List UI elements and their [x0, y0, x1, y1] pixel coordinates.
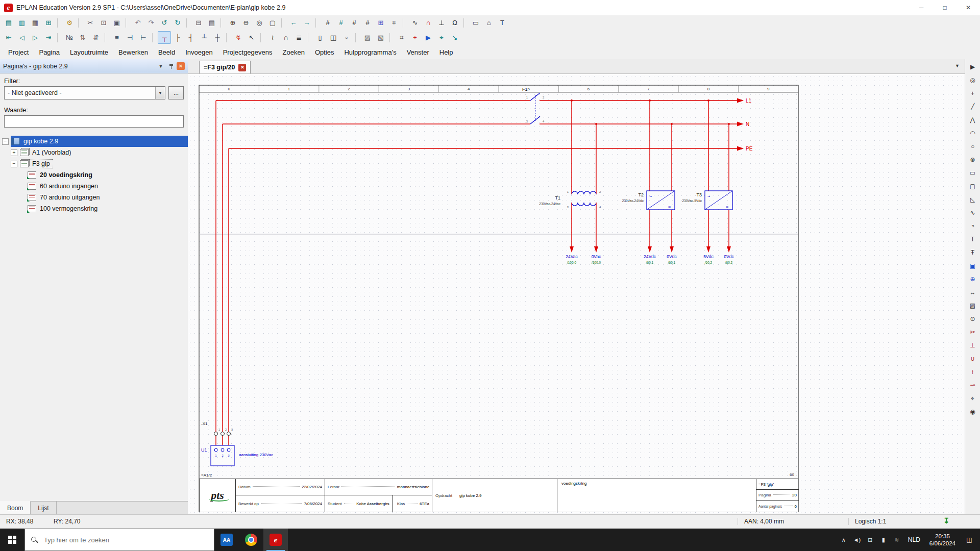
minimize-button[interactable]: ─	[910, 0, 933, 15]
align-left-button[interactable]: ⊣	[124, 31, 137, 44]
insert-symbol-button[interactable]: ∿	[408, 16, 422, 29]
filter-dropdown[interactable]: - Niet geactiveerd - ▼	[4, 86, 165, 99]
grid-size-1-button[interactable]: #	[321, 16, 334, 29]
t-node-down-button[interactable]: ┬	[158, 31, 171, 44]
go-back-button[interactable]: ←	[287, 16, 300, 29]
menu-bewerken[interactable]: Bewerken	[113, 46, 153, 58]
menu-layoutruimte[interactable]: Layoutruimte	[65, 46, 113, 58]
pan-tool-button[interactable]: +	[967, 87, 979, 100]
battery-icon[interactable]: ▮	[877, 537, 890, 543]
remove-page-button[interactable]: ⊟	[192, 16, 205, 29]
menu-zoeken[interactable]: Zoeken	[278, 46, 310, 58]
expand-icon[interactable]: +	[11, 149, 17, 156]
direct-edit-button[interactable]: ▶	[422, 31, 435, 44]
next-page-button[interactable]: ▷	[29, 31, 42, 44]
rounded-rectangle-tool-button[interactable]: ▢	[967, 180, 979, 193]
clipboard-view-button[interactable]: ▤	[205, 16, 218, 29]
panel-tab-boom[interactable]: Boom	[0, 501, 31, 514]
hyperlink-tool-button[interactable]: ⊕	[967, 272, 979, 286]
app-icon-aa[interactable]: AA	[214, 529, 239, 551]
polygon-tool-button[interactable]: ◺	[967, 193, 979, 206]
spline-tool-button[interactable]: ∿	[967, 206, 979, 219]
numbering-button[interactable]: №	[63, 31, 76, 44]
status-download-icon[interactable]: ↧	[943, 516, 950, 525]
menu-invoegen[interactable]: Invoegen	[180, 46, 218, 58]
measure-button[interactable]: ⌖	[435, 31, 448, 44]
connection-point-button[interactable]: ⊥	[435, 16, 448, 29]
zoom-window-button[interactable]: ◎	[253, 16, 266, 29]
eplan-app-icon[interactable]	[4, 4, 13, 12]
parts-database-button[interactable]: ⌂	[482, 16, 496, 29]
network-icon[interactable]: ≋	[891, 537, 903, 543]
start-button[interactable]	[0, 529, 24, 551]
cable-tool-button[interactable]: ≀	[967, 365, 979, 379]
go-forward-button[interactable]: →	[300, 16, 313, 29]
panel-close-icon[interactable]: ✕	[177, 62, 185, 70]
dimension-tool-button[interactable]: ↔	[967, 286, 979, 299]
close-button[interactable]: ✕	[957, 0, 980, 15]
hatch-tool-button[interactable]: ▨	[967, 299, 979, 312]
app-icon-eplan[interactable]: e	[263, 529, 288, 551]
paste-button[interactable]: ▣	[110, 16, 124, 29]
t-node-right-button[interactable]: ├	[171, 31, 184, 44]
tab-close-icon[interactable]: ✕	[238, 64, 246, 71]
tray-language[interactable]: NLD	[904, 536, 924, 543]
menu-hulpprogramma-s[interactable]: Hulpprogramma's	[339, 46, 401, 58]
rectangle-tool-button[interactable]: ▭	[967, 166, 979, 180]
action-center-icon[interactable]: ◫	[961, 536, 978, 543]
image-tool-button[interactable]: ▣	[967, 259, 979, 272]
open-project-button[interactable]: ▥	[15, 16, 29, 29]
first-page-button[interactable]: ⇤	[2, 31, 15, 44]
t-node-up-button[interactable]: ┴	[198, 31, 211, 44]
t-node-left-button[interactable]: ┤	[184, 31, 198, 44]
last-page-button[interactable]: ⇥	[42, 31, 55, 44]
grid-size-4-button[interactable]: #	[361, 16, 374, 29]
grid-size-3-button[interactable]: #	[348, 16, 361, 29]
design-mode-button[interactable]: ⌗	[395, 31, 408, 44]
power-rails[interactable]	[216, 101, 737, 445]
menu-opties[interactable]: Opties	[310, 46, 339, 58]
interruption-point-button[interactable]: ↖	[245, 31, 258, 44]
plc-box-button[interactable]: ◫	[327, 31, 340, 44]
insert-box-button[interactable]: ▭	[469, 16, 482, 29]
drawing-area[interactable]: 0123456789 60 =A1/2	[188, 74, 965, 515]
select-tool-button[interactable]: ▶	[967, 60, 979, 73]
coil-symbol-button[interactable]: Ω	[448, 16, 461, 29]
collapse-icon[interactable]: −	[2, 138, 9, 145]
tray-chevron-icon[interactable]: ∧	[838, 537, 850, 543]
zoom-in-button[interactable]: ⊕	[226, 16, 239, 29]
schematic-canvas[interactable]: 0123456789 60 =A1/2	[188, 74, 965, 515]
menu-venster[interactable]: Venster	[402, 46, 434, 58]
plug-u1[interactable]: 1 2 3 U1 aansluiting 230Vac	[201, 445, 273, 466]
tree-item-20-voedingskring[interactable]: 20 voedingskring	[0, 169, 188, 181]
redo-button[interactable]: ↷	[144, 16, 158, 29]
tree-item-60-arduino-ingangen[interactable]: 60 arduino ingangen	[0, 181, 188, 192]
menu-beeld[interactable]: Beeld	[153, 46, 180, 58]
grid-display-button[interactable]: ⌗	[387, 16, 401, 29]
hatch-dark-button[interactable]: ▨	[361, 31, 374, 44]
jumper-tool-button[interactable]: ∪	[967, 352, 979, 365]
undo-button[interactable]: ↶	[131, 16, 144, 29]
copy-button[interactable]: ⊡	[97, 16, 110, 29]
black-box-button[interactable]: ▯	[313, 31, 327, 44]
sort-items-button[interactable]: ⇵	[89, 31, 103, 44]
zoom-out-button[interactable]: ⊖	[239, 16, 253, 29]
snap-tool-button[interactable]: ⌖	[967, 392, 979, 405]
document-tab[interactable]: =F3 gip/20 ✕	[199, 61, 251, 73]
trim-tool-button[interactable]: ✂	[967, 325, 979, 339]
align-menu-button[interactable]: ≡	[110, 31, 124, 44]
insert-page-button[interactable]: ▤	[2, 16, 15, 29]
menu-projectgegevens[interactable]: Projectgegevens	[218, 46, 278, 58]
tab-list-chevron-icon[interactable]: ▼	[955, 63, 960, 68]
point-tool-button[interactable]: ⊙	[967, 312, 979, 325]
panel-tab-lijst[interactable]: Lijst	[31, 502, 56, 514]
output-potentials[interactable]: 24Vac 0Vac 24Vdc 0Vdc 5Vdc 0Vdc /100.0 /…	[566, 203, 734, 264]
transformer-t1[interactable]: 1 2 3 4 T1 230Vac-24Vac	[539, 101, 601, 209]
taskbar-search[interactable]	[24, 529, 214, 551]
page-properties-button[interactable]: ⊞	[42, 16, 55, 29]
panel-menu-chevron-icon[interactable]: ▼	[156, 62, 165, 71]
display-icon[interactable]: ⊡	[864, 537, 876, 543]
line-tool-button[interactable]: ╱	[967, 100, 979, 113]
menu-pagina[interactable]: Pagina	[34, 46, 64, 58]
filter-browse-button[interactable]: ...	[168, 86, 184, 99]
